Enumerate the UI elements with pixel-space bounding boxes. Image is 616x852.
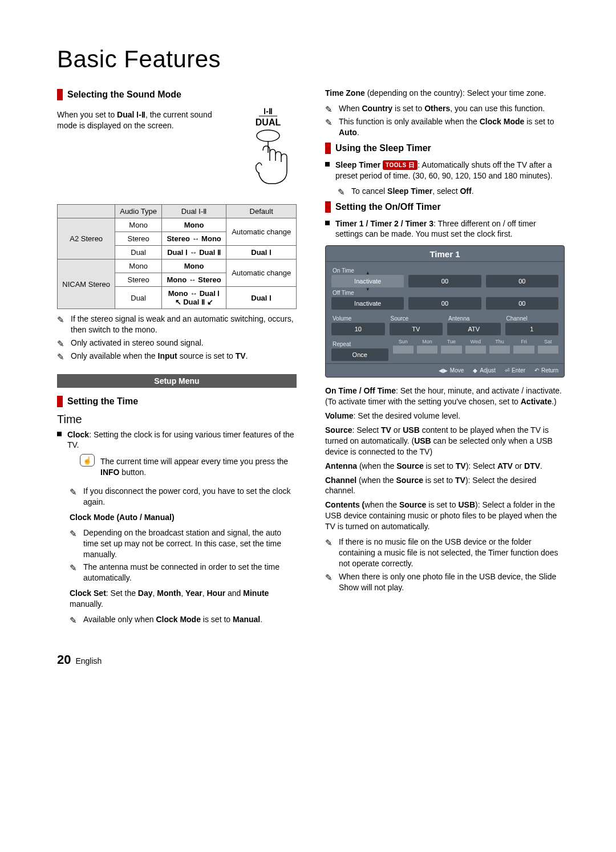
section-setting-time: Setting the Time (57, 396, 297, 407)
hint-enter: ⏎ Enter (505, 367, 525, 374)
channel-value[interactable]: 1 (505, 323, 559, 335)
note-icon: ✎ (57, 314, 64, 326)
info-note: The current time will appear every time … (100, 456, 297, 478)
clock-item: Clock: Setting the clock is for using va… (57, 429, 297, 451)
section-onoff-timer: Setting the On/Off Timer (325, 201, 565, 213)
tools-pill: TOOLS日 (383, 160, 418, 170)
clock-mode-notes: ✎Depending on the broadcast station and … (70, 528, 297, 583)
row-group: A2 Stereo (58, 218, 115, 259)
section-red-bar (57, 396, 63, 407)
section-sleep-timer: Using the Sleep Timer (325, 143, 565, 154)
timer-panel: Timer 1 On Time Inactivate 00 00 Off Tim… (325, 245, 565, 378)
usb-notes: ✎If there is no music file on the USB de… (325, 537, 565, 593)
section-label: Setting the On/Off Timer (335, 202, 441, 212)
section-red-bar (325, 143, 331, 154)
clock-notes: ✎If you disconnect the power cord, you h… (70, 486, 297, 508)
desc-volume: Volume: Set the desired volume level. (325, 411, 565, 421)
bullet-icon (57, 432, 62, 436)
dual-button-figure: Ⅰ-Ⅱ DUAL (240, 106, 297, 196)
setup-menu-band: Setup Menu (57, 374, 297, 388)
section-label: Setting the Time (67, 396, 138, 407)
sound-mode-notes: ✎ If the stereo signal is weak and an au… (57, 314, 297, 362)
section-label: Using the Sleep Timer (335, 143, 431, 153)
off-time-activate[interactable]: Inactivate (331, 297, 404, 310)
time-heading: Time (57, 413, 297, 426)
desc-antenna: Antenna (when the Source is set to TV): … (325, 461, 565, 472)
bullet-icon (325, 221, 330, 225)
note-icon: ✎ (57, 351, 64, 363)
sleep-timer-item: Sleep Timer TOOLS日: Automatically shuts … (325, 160, 565, 181)
hint-move: ◀▶ Move (439, 367, 464, 374)
volume-value[interactable]: 10 (331, 323, 385, 335)
page-footer: 20 English (57, 652, 565, 667)
onoff-timer-item: Timer 1 / Timer 2 / Timer 3: Three diffe… (325, 218, 565, 240)
desc-contents: Contents (when the Source is set to USB)… (325, 500, 565, 532)
off-time-hour[interactable]: 00 (408, 297, 481, 310)
section-sound-mode: Selecting the Sound Mode (57, 89, 297, 100)
repeat-value[interactable]: Once (331, 348, 388, 361)
info-button-icon: ☝ (80, 454, 95, 466)
page-number: 20 (57, 652, 71, 667)
note-icon: ✎ (57, 338, 64, 350)
antenna-value[interactable]: ATV (447, 323, 501, 335)
page-title: Basic Features (57, 46, 565, 73)
page-language: English (75, 656, 102, 666)
hint-adjust: ◆ Adjust (473, 367, 496, 374)
clock-mode-label: Clock Mode (Auto / Manual) (70, 512, 297, 523)
section-label: Selecting the Sound Mode (67, 90, 181, 100)
panel-footer: ◀▶ Move ◆ Adjust ⏎ Enter ↶ Return (326, 363, 564, 377)
timer-panel-title: Timer 1 (326, 246, 564, 262)
section-red-bar (57, 89, 63, 100)
desc-on-off-time: On Time / Off Time: Set the hour, minute… (325, 386, 565, 407)
timezone-notes: ✎ When Country is set to Others, you can… (325, 103, 565, 138)
row-group: NICAM Stereo (58, 259, 115, 309)
source-value[interactable]: TV (390, 323, 443, 335)
desc-channel: Channel (when the Source is set to TV): … (325, 475, 565, 497)
day-row: Sun Mon Tue Wed Thu Fri Sat (393, 339, 559, 354)
sleep-timer-notes: ✎ To cancel Sleep Timer, select Off. (338, 186, 565, 197)
on-time-activate[interactable]: Inactivate (331, 275, 404, 287)
clock-set-notes: ✎ Available only when Clock Mode is set … (70, 614, 297, 625)
clock-set-line: Clock Set: Set the Day, Month, Year, Hou… (70, 588, 297, 610)
svg-point-0 (257, 130, 279, 141)
off-time-minute[interactable]: 00 (486, 297, 558, 310)
timezone-line: Time Zone (depending on the country): Se… (325, 88, 565, 99)
on-time-minute[interactable]: 00 (486, 275, 558, 287)
sound-mode-intro: When you set to Dual Ⅰ-Ⅱ, the current so… (57, 109, 229, 131)
section-red-bar (325, 201, 331, 213)
sound-mode-table: Audio Type Dual Ⅰ-Ⅱ Default A2 Stereo Mo… (57, 204, 297, 309)
desc-source: Source: Select TV or USB content to be p… (325, 425, 565, 457)
on-time-hour[interactable]: 00 (408, 275, 481, 287)
hint-return: ↶ Return (534, 367, 558, 374)
bullet-icon (325, 162, 330, 167)
